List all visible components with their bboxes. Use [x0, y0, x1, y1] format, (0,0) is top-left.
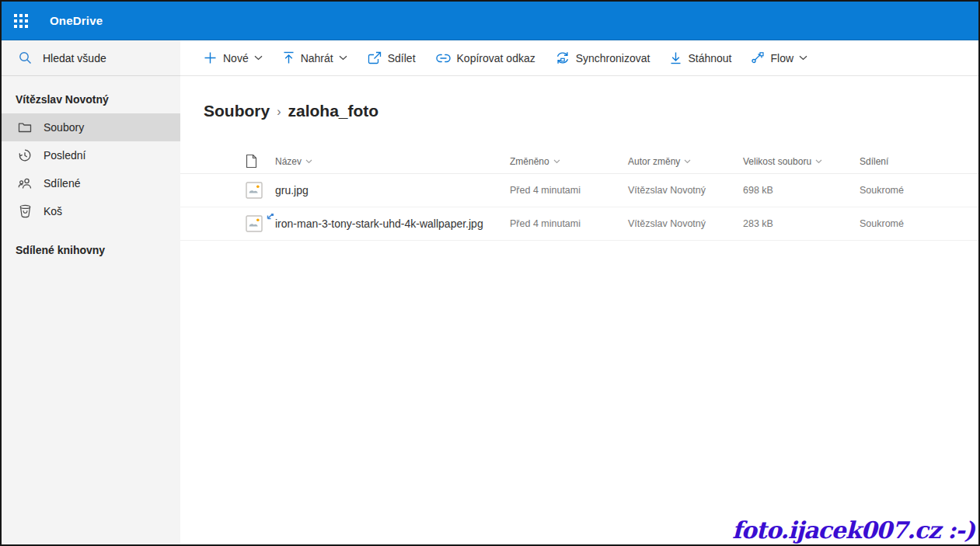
sidebar-item-kos[interactable]: Koš	[2, 197, 180, 225]
waffle-icon	[14, 14, 28, 28]
breadcrumb-separator: ›	[270, 105, 288, 119]
file-list-header: Název Změněno Autor změny	[180, 149, 978, 174]
file-sharing-status: Soukromé	[860, 218, 978, 229]
image-file-icon	[246, 182, 263, 199]
flow-icon	[752, 52, 764, 64]
top-app-bar: OneDrive	[2, 2, 978, 40]
plus-icon	[204, 51, 217, 64]
sync-button-label: Synchronizovat	[576, 52, 650, 64]
upload-button-label: Nahrát	[301, 52, 333, 64]
search-icon	[19, 51, 32, 64]
search-placeholder: Hledat všude	[43, 52, 106, 64]
download-button[interactable]: Stáhnout	[670, 51, 731, 64]
file-row-iron-man[interactable]: iron-man-3-tony-stark-uhd-4k-wallpaper.j…	[180, 207, 978, 241]
column-header-file-size[interactable]: Velikost souboru	[743, 156, 860, 167]
chevron-down-icon	[684, 159, 691, 164]
sidebar-item-label: Soubory	[44, 121, 84, 134]
main-content: Nové Nahrát	[180, 40, 978, 546]
sidebar-item-soubory[interactable]: Soubory	[2, 113, 180, 141]
sidebar-item-label: Sdílené	[44, 177, 80, 190]
share-button[interactable]: Sdílet	[368, 51, 416, 64]
chevron-down-icon	[254, 55, 263, 61]
sync-button[interactable]: Synchronizovat	[556, 51, 650, 64]
file-modified: Před 4 minutami	[510, 185, 628, 196]
file-list: Název Změněno Autor změny	[180, 149, 978, 241]
sidebar-item-posledni[interactable]: Poslední	[2, 141, 180, 169]
onedrive-window: OneDrive Hledat všude Vítězslav Novotný	[0, 0, 980, 546]
chevron-down-icon	[305, 159, 312, 164]
file-type-cell	[246, 182, 275, 199]
folder-icon	[17, 120, 33, 135]
photo-watermark: foto.ijacek007.cz :-)	[732, 516, 975, 544]
copy-link-button-label: Kopírovat odkaz	[457, 52, 535, 64]
column-header-name[interactable]: Název	[275, 156, 510, 167]
download-button-label: Stáhnout	[688, 52, 731, 64]
share-icon	[368, 51, 382, 64]
command-bar: Nové Nahrát	[180, 40, 978, 76]
link-icon	[436, 54, 451, 63]
column-header-sharing[interactable]: Sdílení	[860, 156, 978, 167]
file-name[interactable]: iron-man-3-tony-stark-uhd-4k-wallpaper.j…	[275, 217, 510, 230]
trash-icon	[17, 203, 33, 219]
document-icon	[246, 154, 257, 169]
app-launcher-button[interactable]	[2, 2, 40, 40]
sidebar-item-label: Koš	[44, 205, 62, 217]
sidebar: Hledat všude Vítězslav Novotný Soubory	[2, 40, 180, 546]
copy-link-button[interactable]: Kopírovat odkaz	[436, 52, 535, 64]
breadcrumb-root[interactable]: Soubory	[204, 102, 270, 120]
image-file-icon	[246, 215, 263, 232]
sync-icon	[556, 51, 570, 64]
new-button[interactable]: Nové	[204, 51, 263, 64]
sidebar-user-header: Vítězslav Novotný	[2, 87, 180, 113]
history-icon	[17, 148, 33, 163]
flow-button-label: Flow	[770, 52, 793, 64]
sidebar-nav: Vítězslav Novotný Soubory	[2, 76, 180, 264]
file-modified: Před 4 minutami	[510, 218, 628, 229]
download-icon	[670, 51, 682, 64]
file-size: 698 kB	[743, 185, 860, 196]
breadcrumb: Soubory › zaloha_foto	[204, 102, 978, 120]
column-header-modified[interactable]: Změněno	[510, 156, 628, 167]
chevron-down-icon	[553, 159, 560, 164]
file-type-column-icon[interactable]	[246, 154, 275, 169]
people-icon	[17, 176, 33, 191]
chevron-down-icon	[815, 159, 822, 164]
new-button-label: Nové	[223, 52, 249, 64]
column-header-modified-by[interactable]: Autor změny	[628, 156, 743, 167]
file-modified-by: Vítězslav Novotný	[628, 218, 743, 229]
file-row-gru[interactable]: gru.jpg Před 4 minutami Vítězslav Novotn…	[180, 174, 978, 207]
search-input[interactable]: Hledat všude	[2, 40, 180, 76]
flow-button[interactable]: Flow	[752, 52, 807, 64]
share-button-label: Sdílet	[388, 52, 416, 64]
file-name[interactable]: gru.jpg	[275, 184, 510, 196]
file-sharing-status: Soukromé	[860, 185, 978, 196]
app-title[interactable]: OneDrive	[50, 14, 103, 27]
sidebar-item-sdilene[interactable]: Sdílené	[2, 169, 180, 197]
sidebar-libraries-header: Sdílené knihovny	[2, 238, 180, 264]
upload-icon	[283, 51, 295, 64]
sidebar-item-label: Poslední	[44, 149, 85, 162]
chevron-down-icon	[339, 55, 347, 61]
chevron-down-icon	[799, 55, 807, 61]
file-size: 283 kB	[743, 218, 860, 229]
breadcrumb-current: zaloha_foto	[288, 102, 379, 120]
upload-button[interactable]: Nahrát	[283, 51, 347, 64]
file-modified-by: Vítězslav Novotný	[628, 185, 743, 196]
